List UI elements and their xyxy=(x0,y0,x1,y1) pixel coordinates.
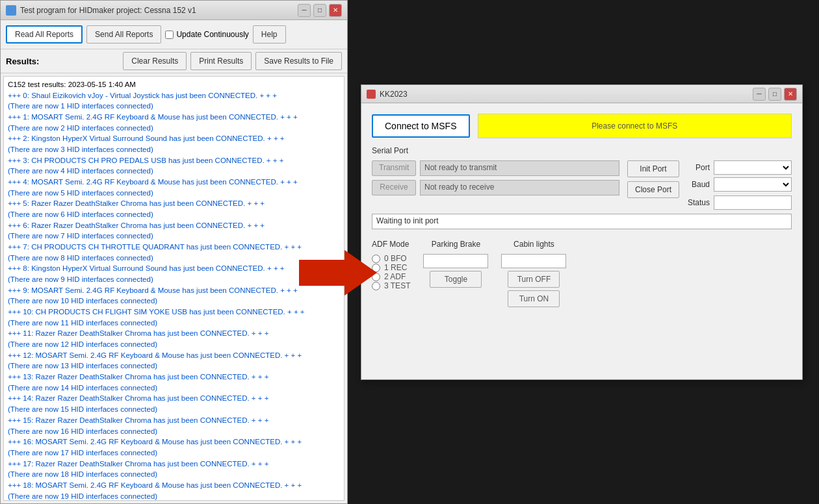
log-entry: +++ 14: Razer Razer DeathStalker Chroma … xyxy=(8,393,340,404)
second-title-bar: KK2023 ─ □ ✕ xyxy=(361,85,802,103)
msfs-status: Please connect to MSFS xyxy=(478,114,792,138)
log-entry: C152 test results: 2023-05-15 1:40 AM xyxy=(8,79,340,90)
main-window: Test program for HIDmaker project: Cessn… xyxy=(0,0,348,504)
cabin-lights-label: Cabin lights xyxy=(514,240,554,249)
log-entry: (There are now 11 HID interfaces connect… xyxy=(8,318,340,329)
adf-option-label-0: 0 BFO xyxy=(384,254,407,263)
log-entry: +++ 10: CH PRODUCTS CH FLIGHT SIM YOKE U… xyxy=(8,307,340,318)
adf-option-3[interactable]: 3 TEST xyxy=(372,281,410,290)
log-entry: +++ 4: MOSART Semi. 2.4G RF Keyboard & M… xyxy=(8,177,340,188)
waiting-field: Waiting to init port xyxy=(372,214,792,229)
status-row: Status xyxy=(687,195,792,210)
port-select[interactable] xyxy=(714,160,792,175)
connect-to-msfs-button[interactable]: Connect to MSFS xyxy=(372,114,470,138)
log-entry: (There are now 12 HID interfaces connect… xyxy=(8,339,340,350)
init-port-button[interactable]: Init Port xyxy=(627,160,679,177)
status-field xyxy=(714,195,792,210)
transmit-button: Transmit xyxy=(372,160,416,176)
log-entry: (There are now 8 HID interfaces connecte… xyxy=(8,253,340,264)
serial-port-section: Serial Port Transmit Not ready to transm… xyxy=(372,146,792,229)
adf-option-label-1: 1 REC xyxy=(384,263,407,272)
main-maximize-button[interactable]: □ xyxy=(313,4,326,17)
log-entry: (There are now 3 HID interfaces connecte… xyxy=(8,144,340,155)
receive-row: Receive Not ready to receive xyxy=(372,180,619,195)
update-continuously-checkbox[interactable] xyxy=(165,31,174,39)
parking-brake-section: Parking Brake Toggle xyxy=(423,240,488,307)
connect-row: Connect to MSFS Please connect to MSFS xyxy=(372,114,792,138)
log-entry: +++ 17: Razer Razer DeathStalker Chroma … xyxy=(8,459,340,470)
main-toolbar: Read All Reports Send All Reports Update… xyxy=(1,20,347,49)
parking-brake-label: Parking Brake xyxy=(432,240,480,249)
log-entry: +++ 0: Shaul Eizikovich vJoy - Virtual J… xyxy=(8,90,340,101)
main-app-icon xyxy=(6,5,16,16)
second-close-button[interactable]: ✕ xyxy=(784,88,797,101)
baud-label: Baud xyxy=(687,180,710,189)
close-port-button[interactable]: Close Port xyxy=(627,181,679,198)
second-maximize-button[interactable]: □ xyxy=(768,88,781,101)
log-entry: +++ 7: CH PRODUCTS CH THROTTLE QUADRANT … xyxy=(8,242,340,253)
transmit-row: Transmit Not ready to transmit xyxy=(372,160,619,176)
help-button[interactable]: Help xyxy=(253,25,286,44)
bottom-section: ADF Mode 0 BFO1 REC2 ADF3 TEST Parking B… xyxy=(372,240,792,307)
second-window-title: KK2023 xyxy=(380,90,749,99)
toggle-button[interactable]: Toggle xyxy=(430,271,482,288)
turn-on-button[interactable]: Turn ON xyxy=(508,290,560,307)
read-all-reports-button[interactable]: Read All Reports xyxy=(6,25,83,44)
log-entry: +++ 3: CH PRODUCTS CH PRO PEDALS USB has… xyxy=(8,155,340,166)
log-entry: (There are now 15 HID interfaces connect… xyxy=(8,404,340,415)
kk-app-icon xyxy=(367,90,376,99)
main-minimize-button[interactable]: ─ xyxy=(298,4,311,17)
log-entry: +++ 6: Razer Razer DeathStalker Chroma h… xyxy=(8,220,340,231)
second-title-controls: ─ □ ✕ xyxy=(753,88,797,101)
log-entry: (There are now 10 HID interfaces connect… xyxy=(8,296,340,307)
port-row: Port xyxy=(687,160,792,175)
log-entry: (There are now 13 HID interfaces connect… xyxy=(8,360,340,372)
send-all-reports-button[interactable]: Send All Reports xyxy=(86,25,161,44)
log-entry: +++ 8: Kingston HyperX Virtual Surround … xyxy=(8,263,340,274)
cabin-lights-section: Cabin lights Turn OFF Turn ON xyxy=(501,240,566,307)
receive-button: Receive xyxy=(372,180,416,195)
log-entry: +++ 18: MOSART Semi. 2.4G RF Keyboard & … xyxy=(8,480,340,491)
log-entry: (There are now 17 HID interfaces connect… xyxy=(8,447,340,459)
results-label: Results: xyxy=(6,57,39,66)
main-title-bar: Test program for HIDmaker project: Cessn… xyxy=(1,1,347,20)
main-close-button[interactable]: ✕ xyxy=(329,4,342,17)
results-bar: Results: Clear Results Print Results Sav… xyxy=(1,49,347,73)
second-minimize-button[interactable]: ─ xyxy=(753,88,766,101)
main-title-controls: ─ □ ✕ xyxy=(298,4,342,17)
save-results-button[interactable]: Save Results to File xyxy=(255,52,342,70)
results-content[interactable]: C152 test results: 2023-05-15 1:40 AM+++… xyxy=(4,77,344,500)
receive-status: Not ready to receive xyxy=(420,180,619,195)
log-entry: (There are now 14 HID interfaces connect… xyxy=(8,383,340,394)
port-label: Port xyxy=(687,163,710,172)
adf-option-0[interactable]: 0 BFO xyxy=(372,254,410,263)
log-entry: +++ 2: Kingston HyperX Virtual Surround … xyxy=(8,133,340,144)
adf-option-label-3: 3 TEST xyxy=(384,281,410,290)
log-entry: (There are now 2 HID interfaces connecte… xyxy=(8,123,340,134)
print-results-button[interactable]: Print Results xyxy=(190,52,252,70)
adf-mode-section: ADF Mode 0 BFO1 REC2 ADF3 TEST xyxy=(372,240,410,307)
clear-results-button[interactable]: Clear Results xyxy=(123,52,187,70)
adf-options: 0 BFO1 REC2 ADF3 TEST xyxy=(372,254,410,290)
status-label: Status xyxy=(687,198,710,207)
log-entry: +++ 9: MOSART Semi. 2.4G RF Keyboard & M… xyxy=(8,285,340,296)
turn-off-button[interactable]: Turn OFF xyxy=(508,271,560,288)
red-arrow xyxy=(299,247,377,299)
log-entry: (There are now 18 HID interfaces connect… xyxy=(8,469,340,480)
log-entry: +++ 12: MOSART Semi. 2.4G RF Keyboard & … xyxy=(8,350,340,361)
adf-option-2[interactable]: 2 ADF xyxy=(372,272,410,281)
serial-port-label: Serial Port xyxy=(372,146,792,155)
log-entry: (There are now 9 HID interfaces connecte… xyxy=(8,274,340,285)
log-entry: +++ 1: MOSART Semi. 2.4G RF Keyboard & M… xyxy=(8,112,340,123)
log-entry: (There are now 5 HID interfaces connecte… xyxy=(8,188,340,199)
update-continuously-label[interactable]: Update Continuously xyxy=(165,30,248,39)
cabin-lights-value xyxy=(501,254,566,268)
transmit-status: Not ready to transmit xyxy=(420,160,619,176)
adf-option-1[interactable]: 1 REC xyxy=(372,263,410,272)
results-area: C152 test results: 2023-05-15 1:40 AM+++… xyxy=(3,76,344,501)
baud-select[interactable] xyxy=(714,177,792,192)
second-window: KK2023 ─ □ ✕ Connect to MSFS Please conn… xyxy=(361,84,803,380)
baud-row: Baud xyxy=(687,177,792,192)
log-entry: (There are now 16 HID interfaces connect… xyxy=(8,426,340,437)
svg-marker-0 xyxy=(299,250,377,296)
